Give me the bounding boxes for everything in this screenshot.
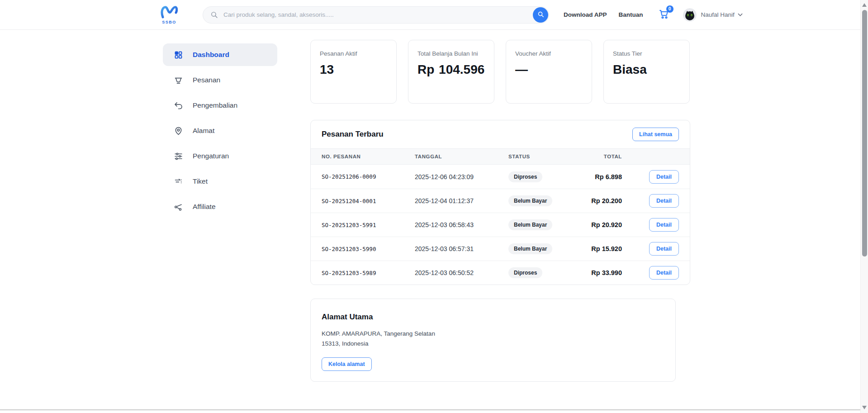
grid-icon <box>173 50 184 60</box>
stat-card-pesanan-aktif: Pesanan Aktif 13 <box>310 40 397 104</box>
search-icon <box>210 11 218 19</box>
status-badge: Diproses <box>508 171 542 182</box>
table-row: SO-20251206-0009 2025-12-06 04:23:09 Dip… <box>311 165 690 189</box>
detail-button[interactable]: Detail <box>649 218 679 232</box>
order-number: SO-20251204-0001 <box>322 198 415 204</box>
order-total: Rp 20.200 <box>568 197 622 204</box>
address-text: KOMP. AMARAPURA, Tangerang Selatan 15313… <box>322 329 664 349</box>
stat-label: Pesanan Aktif <box>320 50 387 57</box>
sidebar-item-tiket[interactable]: Tiket <box>163 170 277 193</box>
scroll-down-arrow-icon[interactable] <box>862 406 867 409</box>
order-total: Rp 15.920 <box>568 245 622 252</box>
sliders-icon <box>173 152 184 161</box>
sidebar-item-label: Tiket <box>193 177 208 185</box>
table-row: SO-20251203-5991 2025-12-03 06:58:43 Bel… <box>311 213 690 237</box>
view-all-button[interactable]: Lihat semua <box>632 128 679 141</box>
column-header-status: STATUS <box>508 154 568 159</box>
order-date: 2025-12-06 04:23:09 <box>415 173 508 180</box>
sidebar-item-label: Alamat <box>193 127 214 135</box>
brand-swoosh-icon <box>161 5 178 21</box>
order-date: 2025-12-03 06:50:52 <box>415 269 508 276</box>
manage-address-button[interactable]: Kelola alamat <box>322 357 372 371</box>
ticket-lines-icon <box>173 177 184 186</box>
table-row: SO-20251204-0001 2025-12-04 01:12:37 Bel… <box>311 189 690 213</box>
stat-value: — <box>515 63 583 77</box>
detail-button[interactable]: Detail <box>649 170 679 184</box>
sidebar-item-label: Affiliate <box>193 203 216 211</box>
sidebar-item-label: Pesanan <box>193 76 220 84</box>
scrollbar-thumb[interactable] <box>862 10 867 256</box>
orders-table-header: NO. PESANAN TANGGAL STATUS TOTAL <box>311 148 690 165</box>
search-input[interactable] <box>223 11 528 18</box>
cart-count-badge: 0 <box>666 5 674 13</box>
status-badge: Belum Bayar <box>508 243 552 254</box>
stats-row: Pesanan Aktif 13 Total Belanja Bulan Ini… <box>310 40 690 104</box>
order-number: SO-20251203-5990 <box>322 246 415 252</box>
brand-logo[interactable]: SSBO <box>159 5 179 24</box>
detail-button[interactable]: Detail <box>649 242 679 256</box>
table-row: SO-20251203-5989 2025-12-03 06:50:52 Dip… <box>311 261 690 285</box>
order-number: SO-20251203-5989 <box>322 270 415 276</box>
search-submit-button[interactable] <box>533 7 548 23</box>
stat-value: Rp 104.596 <box>417 63 485 77</box>
search-bar <box>203 6 549 24</box>
sidebar-item-pesanan[interactable]: Pesanan <box>163 69 277 91</box>
user-name: Naufal Hanif <box>701 11 735 18</box>
return-arrow-icon <box>173 101 184 110</box>
window-bottom-edge <box>0 409 860 410</box>
stat-value: Biasa <box>613 63 680 77</box>
sidebar-item-affiliate[interactable]: Affiliate <box>163 195 277 218</box>
table-row: SO-20251203-5990 2025-12-03 06:57:31 Bel… <box>311 237 690 261</box>
scroll-up-arrow-icon[interactable] <box>862 3 867 7</box>
order-date: 2025-12-03 06:57:31 <box>415 245 508 252</box>
recent-orders-card: Pesanan Terbaru Lihat semua NO. PESANAN … <box>310 120 690 285</box>
main-content: Pesanan Aktif 13 Total Belanja Bulan Ini… <box>310 40 690 382</box>
download-app-link[interactable]: Download APP <box>564 11 607 18</box>
user-menu[interactable]: Naufal Hanif <box>683 8 743 22</box>
order-date: 2025-12-04 01:12:37 <box>415 197 508 204</box>
address-title: Alamat Utama <box>322 313 664 322</box>
sidebar-item-label: Pengaturan <box>193 152 229 160</box>
map-pin-icon <box>173 126 184 136</box>
chevron-down-icon <box>738 13 743 17</box>
sidebar-item-pengembalian[interactable]: Pengembalian <box>163 94 277 117</box>
order-total: Rp 6.898 <box>568 173 622 180</box>
vertical-scrollbar[interactable] <box>860 0 868 413</box>
share-icon <box>173 202 184 212</box>
search-button-icon <box>537 11 544 19</box>
sidebar-item-label: Pengembalian <box>193 101 237 109</box>
stat-label: Status Tier <box>613 50 680 57</box>
stat-label: Total Belanja Bulan Ini <box>417 50 485 57</box>
detail-button[interactable]: Detail <box>649 194 679 208</box>
stat-value: 13 <box>320 63 387 77</box>
orders-card-header: Pesanan Terbaru Lihat semua <box>311 120 690 148</box>
detail-button[interactable]: Detail <box>649 266 679 280</box>
stat-card-total-belanja: Total Belanja Bulan Ini Rp 104.596 <box>408 40 494 104</box>
status-badge: Diproses <box>508 267 542 278</box>
column-header-date: TANGGAL <box>415 154 508 159</box>
status-badge: Belum Bayar <box>508 195 552 206</box>
cart-button[interactable]: 0 <box>659 9 669 21</box>
column-header-order-no: NO. PESANAN <box>322 154 415 159</box>
sidebar-item-pengaturan[interactable]: Pengaturan <box>163 145 277 167</box>
stat-label: Voucher Aktif <box>515 50 583 57</box>
avatar <box>683 8 697 22</box>
basket-icon <box>173 76 184 85</box>
status-badge: Belum Bayar <box>508 219 552 230</box>
stat-card-status-tier: Status Tier Biasa <box>603 40 690 104</box>
order-number: SO-20251206-0009 <box>322 173 415 180</box>
order-total: Rp 33.990 <box>568 269 622 276</box>
help-link[interactable]: Bantuan <box>619 11 643 18</box>
sidebar-item-alamat[interactable]: Alamat <box>163 119 277 142</box>
column-header-total: TOTAL <box>568 154 622 159</box>
sidebar-item-dashboard[interactable]: Dashboard <box>163 43 277 66</box>
top-navbar: SSBO Download APP Bantuan 0 <box>0 0 860 30</box>
brand-name: SSBO <box>162 20 176 24</box>
orders-title: Pesanan Terbaru <box>322 130 384 139</box>
sidebar-nav: Dashboard Pesanan Pengembalian A <box>163 43 277 221</box>
sidebar-item-label: Dashboard <box>193 51 229 59</box>
order-number: SO-20251203-5991 <box>322 222 415 228</box>
stat-card-voucher-aktif: Voucher Aktif — <box>506 40 592 104</box>
address-line-2: 15313, Indonesia <box>322 339 664 349</box>
order-date: 2025-12-03 06:58:43 <box>415 221 508 228</box>
